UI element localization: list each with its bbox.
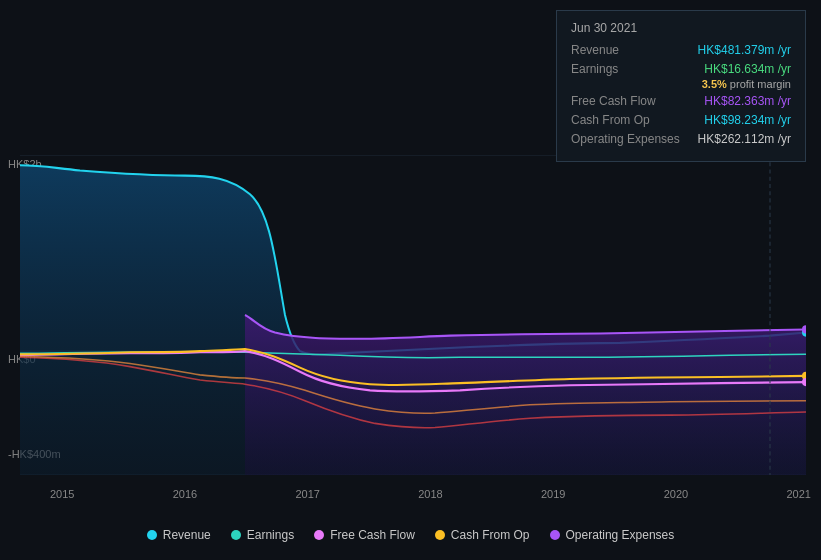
chart-legend: Revenue Earnings Free Cash Flow Cash Fro… [0,528,821,542]
x-axis-labels: 2015 2016 2017 2018 2019 2020 2021 [20,488,821,500]
tooltip-date: Jun 30 2021 [571,21,791,35]
legend-label-revenue: Revenue [163,528,211,542]
x-label-2017: 2017 [296,488,320,500]
tooltip-margin-value: 3.5% [702,78,727,90]
tooltip-row-opex: Operating Expenses HK$262.112m /yr [571,132,791,146]
tooltip-label-earnings: Earnings [571,62,691,76]
tooltip-label-cashop: Cash From Op [571,113,691,127]
legend-item-opex[interactable]: Operating Expenses [550,528,675,542]
legend-label-fcf: Free Cash Flow [330,528,415,542]
tooltip-row-revenue: Revenue HK$481.379m /yr [571,43,791,57]
tooltip-panel: Jun 30 2021 Revenue HK$481.379m /yr Earn… [556,10,806,162]
legend-label-opex: Operating Expenses [566,528,675,542]
tooltip-row-fcf: Free Cash Flow HK$82.363m /yr [571,94,791,108]
legend-label-cashop: Cash From Op [451,528,530,542]
chart-area [20,155,806,475]
tooltip-label-opex: Operating Expenses [571,132,691,146]
tooltip-label-fcf: Free Cash Flow [571,94,691,108]
legend-dot-revenue [147,530,157,540]
x-label-2021: 2021 [787,488,811,500]
x-label-2019: 2019 [541,488,565,500]
tooltip-value-cashop: HK$98.234m /yr [691,113,791,127]
legend-item-fcf[interactable]: Free Cash Flow [314,528,415,542]
tooltip-value-earnings: HK$16.634m /yr [691,62,791,76]
legend-label-earnings: Earnings [247,528,294,542]
legend-dot-fcf [314,530,324,540]
tooltip-row-earnings: Earnings HK$16.634m /yr [571,62,791,76]
tooltip-value-fcf: HK$82.363m /yr [691,94,791,108]
x-label-2020: 2020 [664,488,688,500]
x-label-2018: 2018 [418,488,442,500]
legend-dot-earnings [231,530,241,540]
tooltip-value-opex: HK$262.112m /yr [691,132,791,146]
legend-dot-cashop [435,530,445,540]
tooltip-row-cashop: Cash From Op HK$98.234m /yr [571,113,791,127]
legend-dot-opex [550,530,560,540]
legend-item-revenue[interactable]: Revenue [147,528,211,542]
tooltip-profit-margin: 3.5% profit margin [571,78,791,90]
x-label-2015: 2015 [50,488,74,500]
x-label-2016: 2016 [173,488,197,500]
chart-svg [20,155,806,475]
tooltip-label-revenue: Revenue [571,43,691,57]
legend-item-earnings[interactable]: Earnings [231,528,294,542]
tooltip-value-revenue: HK$481.379m /yr [691,43,791,57]
legend-item-cashop[interactable]: Cash From Op [435,528,530,542]
